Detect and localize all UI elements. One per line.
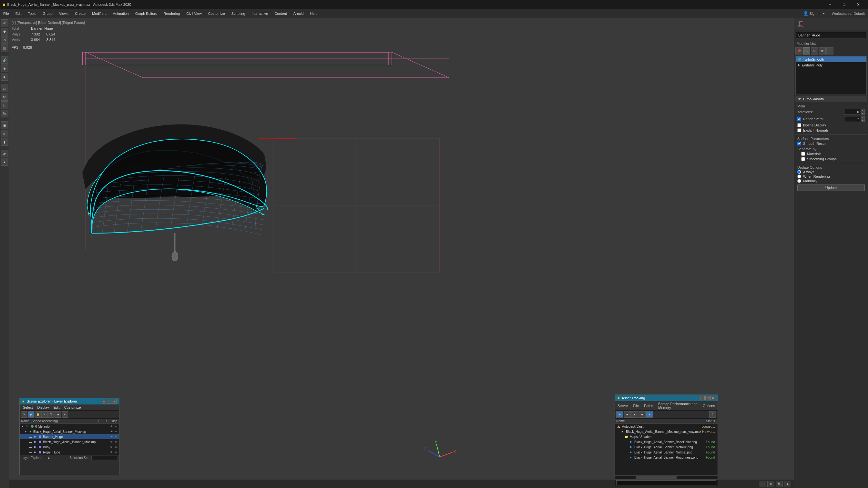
menu-create[interactable]: Create	[72, 9, 89, 18]
menu-content[interactable]: Content	[271, 9, 290, 18]
at-row-vault[interactable]: ⛪ Autodesk Vault Logged...	[615, 424, 718, 429]
menu-file[interactable]: File	[0, 9, 12, 18]
materials-checkbox[interactable]	[801, 152, 805, 156]
buoy-freeze[interactable]: ❄	[114, 445, 118, 449]
tree-item-banner-huge[interactable]: ▬ ■ Banner_Huge 👁 ❄	[20, 434, 119, 439]
banner-huge-vis[interactable]: 👁	[110, 435, 113, 438]
at-menu-server[interactable]: Server	[615, 403, 630, 408]
bind-tool[interactable]: ■	[1, 73, 8, 80]
menu-graph-editors[interactable]: Graph Editors	[132, 9, 160, 18]
menu-edit[interactable]: Edit	[12, 9, 25, 18]
at-tool-help[interactable]: ?	[709, 411, 716, 418]
at-tool-2[interactable]: ■	[624, 411, 631, 418]
percent-snap-tool[interactable]: %	[1, 110, 8, 118]
render-iters-down[interactable]: ▼	[861, 119, 865, 122]
expand-buoy[interactable]: ▬	[29, 446, 32, 449]
expand-rope[interactable]: ▬	[29, 451, 32, 454]
at-row-basecolor[interactable]: ■ Black_Huge_Aerial_Banner_BaseColor.png…	[615, 439, 718, 445]
banner-mesh-vis[interactable]: 👁	[110, 440, 113, 444]
select-tool[interactable]: ↶	[1, 19, 8, 27]
tree-item-default[interactable]: ▼ ☰ 0 (default) 👁 ❄	[20, 424, 119, 429]
layer-freeze-icon[interactable]: ❄	[114, 424, 118, 428]
at-menu-options[interactable]: Options	[700, 403, 718, 408]
at-menu-file[interactable]: File	[630, 403, 642, 408]
se-tool-select[interactable]: ▶	[28, 411, 34, 418]
scene-explorer-close[interactable]: ✕	[112, 399, 117, 403]
viewport-zoom-extents[interactable]: ■	[784, 481, 791, 487]
menu-help[interactable]: Help	[307, 9, 321, 18]
menu-arnold[interactable]: Arnold	[290, 9, 307, 18]
modifier-delete[interactable]: 🗑	[818, 47, 826, 55]
update-button[interactable]: Update	[797, 185, 865, 191]
iterations-up[interactable]: ▲	[861, 109, 865, 112]
curve-editor-tool[interactable]: ▰	[1, 150, 8, 157]
se-tool-filter[interactable]: ◄	[55, 411, 61, 418]
buoy-vis[interactable]: 👁	[110, 445, 113, 449]
viewport-zoom[interactable]: 🔍	[776, 481, 783, 487]
always-radio[interactable]	[797, 170, 801, 174]
menu-views[interactable]: Views	[56, 9, 72, 18]
menu-animation[interactable]: Animation	[110, 9, 132, 18]
at-row-maxfile[interactable]: ■ Black_Huge_Aerial_Banner_Mockup_max_vr…	[615, 429, 718, 434]
when-rendering-radio[interactable]	[797, 174, 801, 178]
at-tool-3[interactable]: ■	[631, 411, 638, 418]
asset-tracking-minimize[interactable]: −	[700, 396, 705, 400]
se-tool-add[interactable]: +	[41, 411, 48, 418]
menu-rendering[interactable]: Rendering	[160, 9, 183, 18]
link-tool[interactable]: 🔗	[1, 56, 8, 64]
at-tool-1[interactable]: ■	[616, 411, 623, 418]
modifier-move-up[interactable]: ↑	[826, 47, 833, 55]
mirror-tool[interactable]: ◼	[1, 121, 8, 129]
smoothing-groups-checkbox[interactable]	[801, 157, 805, 161]
sign-in-button[interactable]: 👤 Sign In ▼	[800, 9, 829, 18]
object-name-input[interactable]	[796, 32, 866, 38]
at-menu-bitmap[interactable]: Bitmap Performance and Memory	[656, 401, 700, 410]
expand-banner-mesh[interactable]: ▬	[29, 440, 32, 444]
render-iters-input[interactable]	[844, 116, 860, 122]
asset-tracking-restore[interactable]: □	[705, 396, 710, 400]
expand-default[interactable]: ▼	[21, 425, 24, 428]
viewport-orbit[interactable]: ↻	[767, 481, 774, 487]
at-menu-paths[interactable]: Paths	[642, 403, 656, 408]
modifier-turbosmooth[interactable]: TurboSmooth	[796, 57, 866, 62]
rotate-tool[interactable]: ↻	[1, 36, 8, 44]
explicit-normals-checkbox[interactable]	[797, 128, 801, 132]
move-tool[interactable]: ✚	[1, 28, 8, 35]
iterations-input[interactable]	[844, 109, 860, 115]
se-tool-expand[interactable]: ▼	[62, 411, 68, 418]
layer-vis-icon[interactable]: 👁	[110, 424, 113, 428]
at-row-maps[interactable]: 📁 Maps / Shaders	[615, 434, 718, 439]
smooth-result-checkbox[interactable]	[797, 141, 801, 145]
scene-explorer-restore[interactable]: □	[107, 399, 112, 403]
banner-huge-freeze[interactable]: ❄	[114, 435, 118, 438]
expand-banner-huge[interactable]: ▬	[29, 435, 32, 438]
menu-group[interactable]: Group	[39, 9, 56, 18]
render-iters-up[interactable]: ▲	[861, 116, 865, 119]
modifier-editable-poly[interactable]: Editable Poly	[796, 62, 866, 68]
at-row-normal[interactable]: ■ Black_Huge_Aerial_Banner_Normal.png Fo…	[615, 450, 718, 455]
asset-tracking-close[interactable]: ✕	[711, 396, 715, 400]
snap-tool[interactable]: ⚙	[1, 93, 8, 101]
menu-civil-view[interactable]: Civil View	[183, 9, 205, 18]
asset-input-field[interactable]	[616, 480, 716, 485]
scale-tool[interactable]: ◫	[1, 44, 8, 52]
selection-set-input[interactable]	[91, 456, 117, 460]
manually-radio[interactable]	[797, 179, 801, 183]
scene-explorer-minimize[interactable]: −	[102, 399, 106, 403]
schematic-tool[interactable]: ▲	[1, 158, 8, 166]
at-tool-4[interactable]: ■	[639, 411, 646, 418]
turbosmooth-section-header[interactable]: TurboSmooth	[795, 96, 867, 102]
se-display-menu[interactable]: Display	[35, 405, 51, 410]
rope-freeze[interactable]: ❄	[114, 450, 118, 454]
angle-snap-tool[interactable]: ∟	[1, 101, 8, 109]
tree-item-banner-group[interactable]: ▼ ■ Black_Huge_Aerial_Banner_Mockup 👁 ❄	[20, 429, 119, 434]
se-select-menu[interactable]: Select	[21, 405, 35, 410]
modifier-pin[interactable]: 📌	[795, 47, 803, 55]
menu-modifiers[interactable]: Modifiers	[89, 9, 110, 18]
se-tool-delete[interactable]: ✕	[21, 411, 27, 418]
minimize-button[interactable]: −	[823, 0, 837, 9]
tree-item-banner-mesh[interactable]: ▬ ■ Black_Huge_Aerial_Banner_Mockup 👁 ❄	[20, 439, 119, 445]
modifier-stack-view[interactable]: ☰	[803, 47, 810, 55]
tree-item-buoy[interactable]: ▬ ■ Buoy 👁 ❄	[20, 445, 119, 450]
se-tool-lock[interactable]: 🔒	[35, 411, 41, 418]
